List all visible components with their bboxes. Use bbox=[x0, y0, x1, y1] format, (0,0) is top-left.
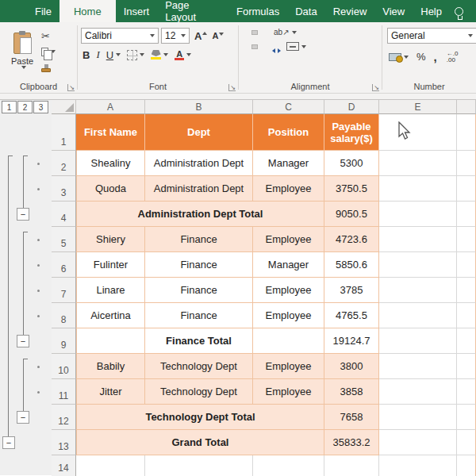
align-middle-button[interactable] bbox=[251, 30, 258, 35]
outline-level-1-button[interactable]: 1 bbox=[2, 101, 17, 113]
cell[interactable]: 3858 bbox=[324, 379, 379, 405]
tab-file[interactable]: File bbox=[27, 0, 60, 22]
cell[interactable]: 5300 bbox=[324, 151, 379, 176]
italic-button[interactable]: I bbox=[96, 48, 99, 61]
cell[interactable] bbox=[379, 328, 457, 354]
row-header[interactable]: 9 bbox=[52, 328, 76, 354]
row-header[interactable]: 4 bbox=[52, 202, 76, 227]
row-header[interactable]: 5 bbox=[52, 227, 76, 252]
copy-button[interactable] bbox=[41, 45, 56, 58]
subtotal-label-cell[interactable]: Finance Total bbox=[145, 328, 253, 354]
cell[interactable]: 4765.5 bbox=[324, 303, 379, 328]
cell[interactable]: Technology Dept bbox=[145, 379, 253, 405]
cell[interactable]: Employee bbox=[253, 379, 324, 405]
cell[interactable]: Technology Dept bbox=[145, 354, 253, 379]
number-format-combo[interactable]: General bbox=[387, 28, 476, 44]
cell[interactable]: Shealiny bbox=[76, 151, 145, 176]
collapse-group-button[interactable]: − bbox=[17, 335, 29, 347]
cell[interactable] bbox=[457, 176, 476, 202]
tab-home[interactable]: Home bbox=[60, 0, 116, 22]
cell[interactable]: Administration Dept bbox=[145, 151, 253, 176]
tab-page-layout[interactable]: Page Layout bbox=[157, 0, 228, 22]
cell[interactable]: 4723.6 bbox=[324, 227, 379, 252]
collapse-group-button[interactable]: − bbox=[2, 436, 15, 449]
cell[interactable]: 3785 bbox=[324, 278, 379, 303]
cell[interactable] bbox=[76, 455, 145, 476]
cell-c1[interactable]: Position bbox=[253, 114, 324, 151]
underline-button[interactable]: U bbox=[106, 49, 121, 61]
align-center-button[interactable] bbox=[251, 44, 258, 49]
row-header[interactable]: 2 bbox=[52, 151, 76, 176]
cell[interactable]: Shiery bbox=[76, 227, 145, 252]
tab-view[interactable]: View bbox=[374, 0, 413, 22]
cell[interactable] bbox=[379, 176, 457, 202]
row-header[interactable]: 14 bbox=[52, 455, 76, 476]
tab-formulas[interactable]: Formulas bbox=[228, 0, 287, 22]
cell[interactable]: Finance bbox=[145, 278, 253, 303]
row-header[interactable]: 6 bbox=[52, 252, 76, 278]
column-header-partial[interactable] bbox=[457, 100, 476, 114]
cell[interactable]: Employee bbox=[253, 227, 324, 252]
column-header-d[interactable]: D bbox=[324, 100, 379, 114]
cell[interactable]: Jitter bbox=[76, 379, 145, 405]
wrap-text-button[interactable] bbox=[305, 30, 311, 35]
fill-color-button[interactable] bbox=[151, 50, 168, 60]
cell[interactable] bbox=[379, 252, 457, 278]
cell-d1[interactable]: Payable salary($) bbox=[324, 114, 379, 151]
align-bottom-button[interactable] bbox=[261, 30, 267, 35]
grand-total-value-cell[interactable]: 35833.2 bbox=[324, 430, 379, 455]
accounting-format-button[interactable] bbox=[389, 53, 409, 61]
cell[interactable] bbox=[76, 328, 145, 354]
row-header[interactable]: 3 bbox=[52, 176, 76, 202]
cell-f1[interactable] bbox=[457, 114, 476, 151]
cell[interactable]: Employee bbox=[253, 354, 324, 379]
column-header-b[interactable]: B bbox=[145, 100, 253, 114]
align-right-button[interactable] bbox=[261, 44, 267, 49]
cell[interactable] bbox=[457, 354, 476, 379]
cell[interactable]: Quoda bbox=[76, 176, 145, 202]
percent-style-button[interactable]: % bbox=[416, 51, 426, 63]
alignment-dialog-launcher[interactable]: ↘ bbox=[372, 84, 379, 91]
collapse-group-button[interactable]: − bbox=[17, 411, 29, 424]
cell[interactable] bbox=[457, 303, 476, 328]
cell[interactable]: Fulinter bbox=[76, 252, 145, 278]
tab-review[interactable]: Review bbox=[325, 0, 375, 22]
cell[interactable] bbox=[145, 455, 253, 476]
tab-insert[interactable]: Insert bbox=[116, 0, 158, 22]
cell[interactable] bbox=[457, 202, 476, 227]
cell[interactable]: Aicertina bbox=[76, 303, 145, 328]
cell[interactable]: Employee bbox=[253, 303, 324, 328]
cell[interactable] bbox=[457, 151, 476, 176]
cell[interactable]: Finance bbox=[145, 252, 253, 278]
bold-button[interactable]: B bbox=[83, 49, 90, 61]
cell[interactable] bbox=[379, 303, 457, 328]
column-header-e[interactable]: E bbox=[379, 100, 457, 114]
cell[interactable] bbox=[379, 430, 457, 455]
cell[interactable]: Babily bbox=[76, 354, 145, 379]
cell[interactable]: Linare bbox=[76, 278, 145, 303]
subtotal-value-cell[interactable]: 9050.5 bbox=[324, 202, 379, 227]
cell[interactable] bbox=[379, 354, 457, 379]
cell[interactable] bbox=[457, 379, 476, 405]
collapse-group-button[interactable]: − bbox=[17, 208, 29, 221]
merge-center-button[interactable] bbox=[278, 42, 306, 51]
row-header[interactable]: 11 bbox=[52, 379, 76, 405]
cell-a1[interactable]: First Name bbox=[76, 114, 145, 151]
align-top-button[interactable] bbox=[242, 30, 248, 35]
cell[interactable]: 3800 bbox=[324, 354, 379, 379]
row-header[interactable]: 8 bbox=[52, 303, 76, 328]
orientation-button[interactable]: ab↗ bbox=[274, 28, 297, 36]
cut-button[interactable]: ✂ bbox=[41, 29, 56, 42]
cell[interactable] bbox=[379, 455, 457, 476]
cell[interactable] bbox=[253, 328, 324, 354]
cell[interactable] bbox=[457, 430, 476, 455]
decrease-font-size-button[interactable]: A bbox=[212, 31, 224, 40]
cell[interactable] bbox=[379, 151, 457, 176]
cell[interactable] bbox=[457, 278, 476, 303]
cell[interactable]: Manager bbox=[253, 151, 324, 176]
cell[interactable] bbox=[457, 328, 476, 354]
cell[interactable] bbox=[457, 252, 476, 278]
row-header-1[interactable]: 1 bbox=[52, 114, 76, 151]
font-family-combo[interactable]: Calibri bbox=[81, 28, 159, 44]
tab-data[interactable]: Data bbox=[287, 0, 324, 22]
